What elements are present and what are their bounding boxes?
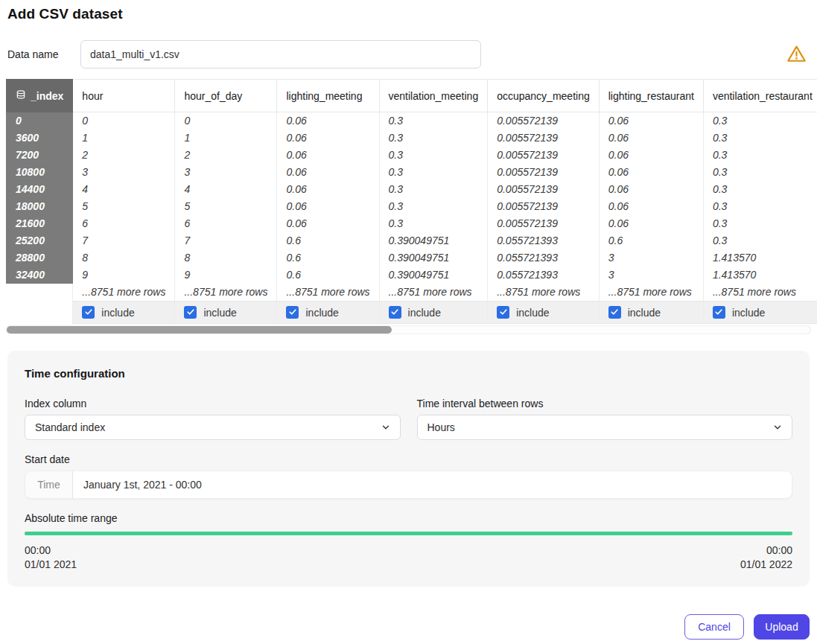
data-cell: 0.3 [703, 164, 817, 181]
data-cell: 0.3 [379, 198, 488, 215]
data-cell: 0.005572139 [488, 215, 600, 232]
more-rows-row: ...8751 more rows...8751 more rows...875… [7, 284, 817, 302]
column-header-lighting_restaurant: lighting_restaurant [599, 80, 703, 112]
include-cell: include [175, 302, 277, 324]
page-title: Add CSV dataset [0, 0, 817, 22]
data-cell: 3 [599, 249, 703, 267]
data-cell: 0.3 [379, 181, 488, 198]
start-date-input[interactable]: Time January 1st, 2021 - 00:00 [25, 471, 792, 499]
more-rows-cell: ...8751 more rows [277, 284, 379, 302]
include-checkbox-hour_of_day[interactable] [184, 306, 197, 319]
data-cell: 0.06 [599, 112, 703, 130]
column-header-lighting_meeting: lighting_meeting [277, 80, 379, 112]
data-cell: 0.3 [703, 112, 817, 130]
include-checkbox-hour[interactable] [82, 306, 95, 319]
time-interval-label: Time interval between rows [417, 398, 793, 409]
index-cell: 7200 [7, 147, 73, 164]
horizontal-scrollbar-thumb[interactable] [7, 326, 392, 334]
include-cell: include [703, 302, 817, 324]
index-column-select[interactable]: Standard index [25, 415, 401, 440]
include-checkbox-occupancy_meeting[interactable] [497, 306, 509, 319]
data-cell: 0.6 [277, 267, 379, 284]
table-row: 21600660.060.30.0055721390.060.3 [7, 215, 817, 232]
time-range-end-time: 00:00 [740, 543, 792, 558]
include-cell: include [599, 302, 703, 324]
data-cell: 0.005572139 [488, 130, 600, 147]
include-cell: include [277, 302, 379, 324]
data-cell: 0.6 [277, 232, 379, 249]
data-cell: 9 [73, 267, 175, 284]
data-cell: 0.055721393 [488, 249, 600, 267]
data-cell: 0.06 [599, 164, 703, 181]
data-cell: 0.06 [599, 181, 703, 198]
data-cell: 0.3 [379, 147, 488, 164]
index-cell: 10800 [7, 164, 73, 181]
data-cell: 0.390049751 [379, 267, 488, 284]
checkmark-icon [84, 307, 93, 319]
data-cell: 0.06 [599, 130, 703, 147]
table-row: 32400990.60.3900497510.05572139331.41357… [7, 267, 817, 284]
index-column-selected-value: Standard index [35, 421, 105, 433]
data-cell: 0.06 [599, 198, 703, 215]
data-cell: 0.06 [277, 147, 379, 164]
table-row: 25200770.60.3900497510.0557213930.60.3 [7, 232, 817, 249]
time-range-start: 00:00 01/01 2021 [25, 543, 77, 572]
column-header-hour: hour [73, 80, 175, 112]
data-cell: 0.06 [599, 215, 703, 232]
time-range-end-date: 01/01 2022 [740, 558, 792, 572]
time-range-end: 00:00 01/01 2022 [740, 543, 792, 572]
index-cell: 25200 [7, 232, 73, 249]
more-rows-cell: ...8751 more rows [488, 284, 600, 302]
data-cell: 9 [175, 267, 277, 284]
include-label: include [732, 307, 765, 319]
data-cell: 0.06 [277, 198, 379, 215]
data-name-label: Data name [7, 48, 80, 60]
index-cell: 3600 [7, 130, 73, 147]
include-checkbox-ventilation_meeting[interactable] [389, 306, 401, 319]
checkmark-icon [714, 307, 723, 319]
data-cell: 0 [175, 112, 277, 130]
data-cell: 0.055721393 [488, 267, 600, 284]
checkmark-icon [499, 307, 508, 319]
start-date-label: Start date [25, 453, 792, 465]
include-checkbox-ventilation_restaurant[interactable] [713, 306, 725, 319]
column-header-hour_of_day: hour_of_day [175, 80, 277, 112]
include-checkbox-lighting_meeting[interactable] [286, 306, 299, 319]
time-range-bar [25, 532, 792, 535]
absolute-time-range-label: Absolute time range [25, 512, 792, 524]
time-interval-select[interactable]: Hours [417, 415, 793, 440]
data-cell: 0.005572139 [488, 164, 600, 181]
data-cell: 0.6 [599, 232, 703, 249]
include-cell: include [488, 302, 600, 324]
data-cell: 0.06 [277, 112, 379, 130]
database-icon [16, 89, 26, 102]
include-row: includeincludeincludeincludeincludeinclu… [7, 302, 817, 324]
data-cell: 4 [175, 181, 277, 198]
data-cell: 0.390049751 [379, 249, 488, 267]
index-cell: 14400 [7, 181, 73, 198]
index-cell: 32400 [7, 267, 73, 284]
upload-button[interactable]: Upload [754, 614, 810, 640]
data-cell: 8 [73, 249, 175, 267]
data-cell: 1 [175, 130, 277, 147]
data-cell: 7 [175, 232, 277, 249]
data-cell: 6 [73, 215, 175, 232]
data-name-input[interactable] [80, 40, 481, 68]
data-cell: 0.3 [379, 164, 488, 181]
data-cell: 0.055721393 [488, 232, 600, 249]
data-cell: 0.005572139 [488, 181, 600, 198]
column-header-occupancy_meeting: occupancy_meeting [488, 80, 600, 112]
include-checkbox-lighting_restaurant[interactable] [608, 306, 621, 319]
index-cell: 21600 [7, 215, 73, 232]
cancel-button[interactable]: Cancel [684, 614, 744, 640]
data-cell: 0.3 [379, 130, 488, 147]
index-cell: 18000 [7, 198, 73, 215]
table-row: 0000.060.30.0055721390.060.3 [7, 112, 817, 130]
start-date-value[interactable]: January 1st, 2021 - 00:00 [73, 471, 792, 498]
time-configuration-heading: Time configuration [25, 367, 792, 380]
data-cell: 0.005572139 [488, 147, 600, 164]
index-column-label: Index column [25, 398, 401, 409]
horizontal-scrollbar[interactable] [6, 325, 811, 334]
data-cell: 0.3 [703, 215, 817, 232]
include-label: include [101, 307, 134, 319]
